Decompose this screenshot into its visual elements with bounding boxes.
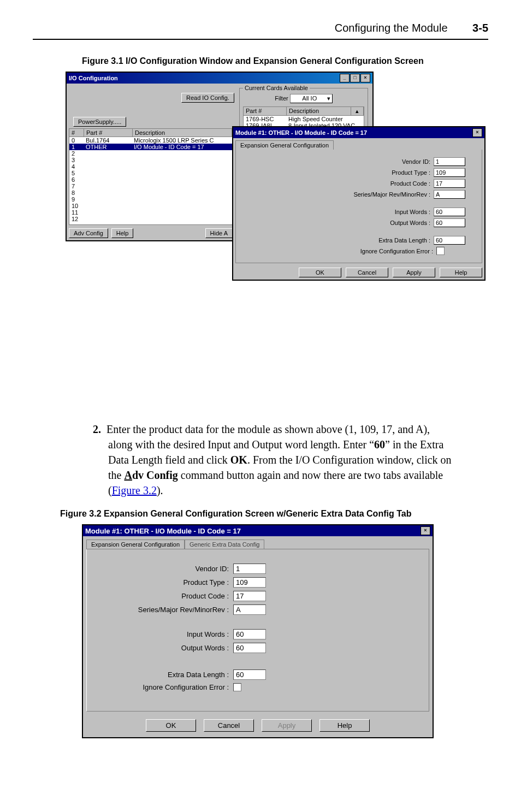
figure31: I/O Configuration _ □ × PowerSupply.....… <box>66 72 488 411</box>
ok-button[interactable]: OK <box>146 719 196 732</box>
module-dialog-titlebar: Module #1: OTHER - I/O Module - ID Code … <box>233 127 484 138</box>
slot-list-header: # Part # Description <box>69 128 233 137</box>
read-io-config-button[interactable]: Read IO Config. <box>181 93 234 103</box>
module-dialog-32: Module #1: OTHER - I/O Module - ID Code … <box>82 524 434 738</box>
module-dialog-32-title: Module #1: OTHER - I/O Module - ID Code … <box>85 527 241 535</box>
tab-expansion-general[interactable]: Expansion General Configuration <box>235 140 334 150</box>
extra-data-length-field[interactable]: 60 <box>434 236 465 245</box>
io-config-titlebar: I/O Configuration _ □ × <box>67 73 372 84</box>
module-dialog-32-titlebar: Module #1: OTHER - I/O Module - ID Code … <box>83 525 433 536</box>
close-icon[interactable]: × <box>421 526 430 535</box>
figure31-caption: Figure 3.1 I/O Configuration Window and … <box>82 56 488 66</box>
slot-list-header-desc: Description <box>133 129 232 137</box>
scroll-up-icon[interactable]: ▴ <box>351 107 364 115</box>
tab-page: Vendor ID:1 Product Type :109 Product Co… <box>86 549 429 712</box>
module-dialog: Module #1: OTHER - I/O Module - ID Code … <box>232 126 486 281</box>
dialog-button-row: OK Cancel Apply Help <box>83 715 433 737</box>
module-dialog-title: Module #1: OTHER - I/O Module - ID Code … <box>235 129 367 136</box>
input-words-field[interactable]: 60 <box>434 208 465 216</box>
chevron-down-icon: ▾ <box>327 95 330 102</box>
maximize-icon[interactable]: □ <box>350 74 360 82</box>
slot-list-header-num: # <box>69 129 84 137</box>
close-icon[interactable]: × <box>472 128 482 137</box>
io-config-title: I/O Configuration <box>69 75 118 81</box>
page-header-number: 3-5 <box>472 22 488 34</box>
product-code-field[interactable]: 17 <box>434 179 465 188</box>
ignore-error-checkbox[interactable] <box>233 683 241 691</box>
current-cards-legend: Current Cards Available <box>243 85 310 91</box>
output-words-field[interactable]: 60 <box>434 218 465 227</box>
help-button[interactable]: Help <box>440 268 482 277</box>
output-words-field[interactable]: 60 <box>233 643 266 653</box>
page-header-title: Configuring the Module <box>335 22 448 34</box>
ok-button[interactable]: OK <box>299 268 341 277</box>
list-row: 0 Bul.1764 Micrologix 1500 LRP Series C <box>69 137 232 144</box>
step2-number: 2. <box>93 423 101 435</box>
cancel-button[interactable]: Cancel <box>204 719 254 732</box>
figure32-link[interactable]: Figure 3.2 <box>112 484 157 496</box>
list-row-selected: 1 OTHER I/O Module - ID Code = 17 <box>69 144 232 150</box>
help-button[interactable]: Help <box>111 228 134 238</box>
vendor-id-field[interactable]: 1 <box>434 157 465 166</box>
apply-button[interactable]: Apply <box>393 268 435 277</box>
product-type-field[interactable]: 109 <box>233 577 266 588</box>
adv-config-button[interactable]: Adv Config <box>69 228 108 238</box>
tabbar: Expansion General Configuration Generic … <box>86 540 429 549</box>
step2-paragraph: 2. Enter the product data for the module… <box>93 422 455 498</box>
page-header: Configuring the Module 3-5 <box>0 0 521 39</box>
hide-button[interactable]: Hide A <box>205 228 233 238</box>
header-rule <box>33 39 488 40</box>
product-type-field[interactable]: 109 <box>434 168 465 177</box>
ignore-error-checkbox[interactable] <box>436 247 445 255</box>
tab-generic-extra-data[interactable]: Generic Extra Data Config <box>185 540 264 549</box>
cancel-button[interactable]: Cancel <box>346 268 388 277</box>
extra-data-length-field[interactable]: 60 <box>233 669 266 680</box>
input-words-field[interactable]: 60 <box>233 629 266 639</box>
filter-select[interactable]: All IO ▾ <box>290 94 333 103</box>
help-button[interactable]: Help <box>319 719 370 732</box>
close-icon[interactable]: × <box>360 74 370 82</box>
figure32-caption: Figure 3.2 Expansion General Configurati… <box>60 509 488 519</box>
slot-list[interactable]: 0 Bul.1764 Micrologix 1500 LRP Series C … <box>69 137 233 225</box>
series-field[interactable]: A <box>434 190 465 199</box>
cards-list-header: Part # Description ▴ <box>243 106 364 116</box>
apply-button[interactable]: Apply <box>262 719 312 732</box>
vendor-id-field[interactable]: 1 <box>233 564 266 574</box>
figure32: Module #1: OTHER - I/O Module - ID Code … <box>82 524 488 738</box>
tab-expansion-general[interactable]: Expansion General Configuration <box>86 540 185 549</box>
series-field[interactable]: A <box>233 604 266 615</box>
powersupply-button[interactable]: PowerSupply..... <box>73 117 126 127</box>
minimize-icon[interactable]: _ <box>340 74 350 82</box>
slot-list-header-part: Part # <box>84 129 133 137</box>
filter-label: Filter <box>275 95 288 102</box>
product-code-field[interactable]: 17 <box>233 591 266 601</box>
